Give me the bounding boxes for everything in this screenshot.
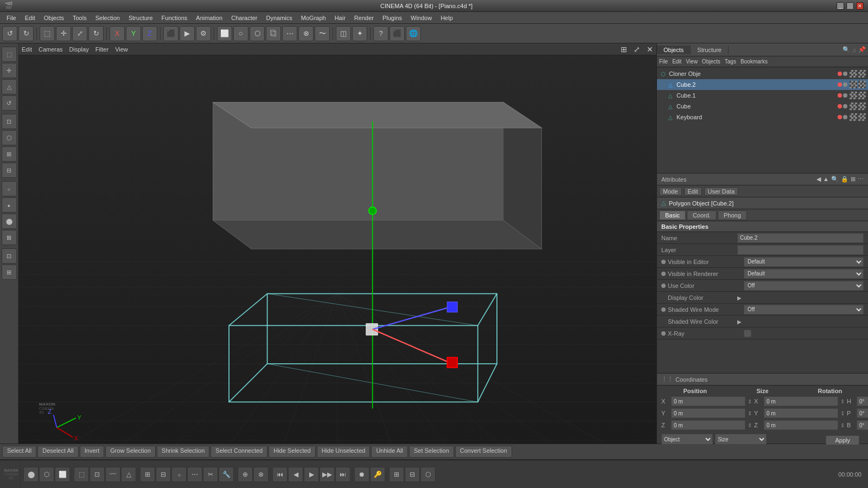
viewport-expand-btn[interactable]: ⊞ [621,45,627,54]
side-tool9[interactable]: ⬦ [2,181,17,196]
menu-file[interactable]: File [2,14,21,22]
attr-select-vis-render[interactable]: DefaultOnOff [744,269,864,279]
viewport-maximize-btn[interactable]: ⤢ [634,45,640,54]
side-tool6[interactable]: ⬡ [2,130,17,145]
menu-render[interactable]: Render [350,14,378,22]
coords-space-select[interactable]: ObjectWorldLocal [661,434,713,445]
attr-lock-icon[interactable]: 🔒 [841,176,848,183]
attr-select-vis-editor[interactable]: DefaultOnOff [744,257,864,267]
menu-objects[interactable]: Objects [40,14,68,22]
help-btn[interactable]: ? [373,26,388,41]
obj-item-cube1[interactable]: △ Cube.1 [657,90,868,101]
cloner-btn[interactable]: ⿻ [266,26,281,41]
btm-auto-key[interactable]: 🔑 [370,467,385,482]
coords-size-select[interactable]: SizeScale [715,434,767,445]
btm-motion[interactable]: ⬡ [420,467,436,482]
close-button[interactable]: ✕ [856,2,864,10]
coords-b-rot-input[interactable] [857,420,868,430]
objects-search-icon[interactable]: 🔍 [843,46,850,53]
coords-x-pos-input[interactable] [671,396,745,406]
btm-bridge[interactable]: ⋯ [187,467,202,482]
side-select-btn[interactable]: ⬚ [2,47,17,62]
sphere-btn[interactable]: ○ [233,26,248,41]
x-axis-btn[interactable]: X [110,26,125,41]
btm-graph[interactable]: ⊟ [405,467,420,482]
objects-home-icon[interactable]: ⌂ [852,47,856,53]
menu-tools[interactable]: Tools [68,14,91,22]
cube-btn[interactable]: ⬜ [217,26,232,41]
objects-pin-icon[interactable]: 📌 [858,46,866,53]
world-btn[interactable]: 🌐 [406,26,421,41]
btm-step-fwd[interactable]: ⏭ [335,467,350,482]
viewport-filter[interactable]: Filter [95,46,108,53]
side-move-btn[interactable]: ✛ [2,63,17,78]
menu-edit[interactable]: Edit [21,14,40,22]
attr-select-use-color[interactable]: OffOnAlways [744,281,864,291]
obj-menu-edit[interactable]: Edit [672,59,681,65]
btm-record[interactable]: ⏺ [354,467,369,482]
apply-button[interactable]: Apply [826,435,859,445]
btm-symmetry[interactable]: ⊗ [253,467,269,482]
btm-extrude[interactable]: ⊞ [140,467,155,482]
btm-mode-edge[interactable]: ⬡ [39,467,54,482]
obj-menu-objects[interactable]: Objects [702,59,720,65]
grow-selection-btn[interactable]: Grow Selection [105,446,156,458]
shaded-wire-color-arrow[interactable]: ▶ [737,319,742,325]
tab-structure[interactable]: Structure [691,46,729,54]
cylinder-btn[interactable]: ⬡ [250,26,265,41]
undo-button[interactable]: ↺ [2,26,17,41]
select-all-btn[interactable]: Select All [2,446,36,458]
menu-dynamics[interactable]: Dynamics [262,14,297,22]
coords-x-pos-spinner[interactable]: ⇕ [748,399,752,404]
obj-item-cube[interactable]: △ Cube [657,101,868,112]
y-axis-btn[interactable]: Y [126,26,141,41]
spline-btn[interactable]: 〜 [315,26,330,41]
side-tool12[interactable]: ⊠ [2,230,17,245]
coords-z-pos-input[interactable] [671,420,745,430]
shrink-selection-btn[interactable]: Shrink Selection [157,446,210,458]
side-scale-btn[interactable]: △ [2,79,17,94]
coords-p-rot-input[interactable] [857,408,868,418]
light-btn[interactable]: ✦ [352,26,367,41]
attr-userdata-btn[interactable]: User Data [704,187,739,196]
redo-button[interactable]: ↻ [18,26,34,41]
coords-y-pos-spinner[interactable]: ⇕ [748,410,752,416]
render-region-btn[interactable]: ▶ [180,26,195,41]
side-tool8[interactable]: ⊟ [2,163,17,178]
attr-tab-phong[interactable]: Phong [718,210,747,220]
menu-mograph[interactable]: MoGraph [297,14,330,22]
btm-play-back[interactable]: ◀ [288,467,303,482]
attr-back-icon[interactable]: ◀ [816,176,821,183]
menu-window[interactable]: Window [406,14,436,22]
btm-tool-poly-sel[interactable]: △ [121,467,136,482]
attr-input-name[interactable] [737,233,864,243]
hide-selected-btn[interactable]: Hide Selected [269,446,316,458]
attr-up-icon[interactable]: ▲ [823,176,829,183]
menu-plugins[interactable]: Plugins [378,14,406,22]
array-btn[interactable]: ⋯ [282,26,297,41]
btm-mode-point[interactable]: ⬤ [23,467,39,482]
invert-btn[interactable]: Invert [80,446,105,458]
attr-input-layer[interactable] [737,245,864,255]
viewport-close-btn[interactable]: ✕ [647,45,653,54]
coords-z-size-input[interactable] [764,420,838,430]
viewport-display[interactable]: Display [69,46,89,53]
display-color-arrow[interactable]: ▶ [737,295,742,301]
menu-structure[interactable]: Structure [124,14,157,22]
attr-more-icon[interactable]: ⋯ [858,176,864,183]
viewport-edit[interactable]: Edit [22,46,32,53]
btm-tool-lasso-sel[interactable]: 〰 [105,467,120,482]
camera-btn[interactable]: ◫ [336,26,351,41]
btm-tool-rect-sel[interactable]: ⊡ [90,467,105,482]
obj-item-keyboard[interactable]: △ Keyboard [657,112,868,123]
deselect-all-btn[interactable]: Deselect All [37,446,78,458]
rotate-tool[interactable]: ↻ [88,26,104,41]
btm-magnet[interactable]: 🔧 [219,467,234,482]
select-tool[interactable]: ⬚ [40,26,55,41]
side-tool5[interactable]: ⊡ [2,114,17,129]
menu-character[interactable]: Character [227,14,261,22]
coords-y-size-spinner[interactable]: ⇕ [840,410,845,416]
btm-timeline[interactable]: ⊞ [389,467,404,482]
btm-bevel[interactable]: ⬦ [171,467,187,482]
coords-z-pos-spinner[interactable]: ⇕ [748,422,752,428]
